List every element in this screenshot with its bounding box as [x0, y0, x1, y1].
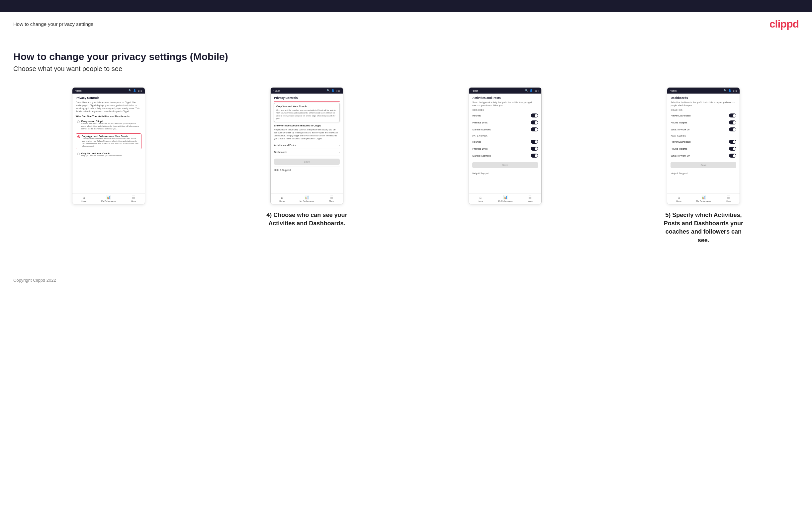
more-icon-4[interactable]: ●●● — [733, 90, 737, 92]
followers-rounds-toggle[interactable] — [531, 140, 538, 144]
phone-back-1[interactable]: ‹ Back — [75, 90, 82, 92]
phone-bottom-nav-1: ⌂ Home 📊 My Performance ☰ Menu — [72, 193, 145, 204]
coaches-player-row: Player Dashboard — [670, 112, 736, 119]
menu-icon-2: ☰ — [330, 195, 334, 200]
more-icon-2[interactable]: ●●● — [336, 90, 341, 92]
phones-pair-1: ‹ Back 🔍 👤 ●●● Privacy Controls Control … — [72, 87, 145, 205]
followers-rounds-row: Rounds — [472, 138, 538, 145]
coaches-insights-label: Round Insights — [670, 121, 687, 124]
performance-label: My Performance — [101, 200, 116, 202]
bottom-nav-menu-2[interactable]: ☰ Menu — [329, 195, 334, 202]
bottom-nav-performance-2[interactable]: 📊 My Performance — [300, 195, 314, 202]
mockup-group-3: ‹ Back 🔍 👤 ●●● Activities and Posts Sele… — [410, 87, 601, 205]
radio-approved[interactable]: Only Approved Followers and Your Coach O… — [76, 133, 142, 149]
people-icon-2[interactable]: 👤 — [332, 89, 335, 92]
people-icon-3[interactable]: 👤 — [530, 89, 533, 92]
activities-posts-label: Activities and Posts — [274, 144, 296, 147]
more-icon-3[interactable]: ●●● — [535, 90, 539, 92]
phone-bottom-nav-4: ⌂ Home 📊 My Performance ☰ Menu — [667, 193, 740, 204]
radio-desc-only-you: Only you and the coaches you connect wit… — [81, 155, 122, 157]
followers-manual-row: Manual Activities — [472, 152, 538, 159]
logo: clippd — [769, 18, 799, 30]
phone-nav-2: ‹ Back 🔍 👤 ●●● — [271, 88, 343, 94]
coaches-rounds-row: Rounds — [472, 112, 538, 119]
menu-icon-4: ☰ — [727, 195, 730, 200]
coaches-drills-row: Practice Drills — [472, 119, 538, 126]
home-label-4: Home — [676, 200, 681, 202]
chevron-right-icon: › — [339, 144, 340, 147]
search-icon-2[interactable]: 🔍 — [327, 89, 330, 92]
followers-work-label: What To Work On — [670, 154, 690, 157]
followers-player-toggle[interactable] — [729, 140, 736, 144]
performance-icon-4: 📊 — [701, 195, 706, 200]
tooltip-title: Only You and Your Coach — [276, 105, 338, 108]
followers-player-label: Player Dashboard — [670, 140, 691, 143]
followers-drills-row: Practice Drills — [472, 145, 538, 152]
arrow-row-activities[interactable]: Activities and Posts › — [274, 142, 340, 149]
bottom-nav-menu-3[interactable]: ☰ Menu — [528, 195, 533, 202]
followers-work-toggle[interactable] — [729, 154, 736, 158]
phones-pair-2: ‹ Back 🔍 👤 ●●● Privacy Controls Only You… — [270, 87, 343, 205]
activities-posts-desc: Select the types of activity that you'd … — [472, 101, 538, 107]
coaches-drills-toggle[interactable] — [531, 120, 538, 124]
bottom-nav-home-2[interactable]: ⌂ Home — [279, 195, 285, 202]
radio-circle-approved — [78, 135, 80, 138]
save-button-4[interactable]: Save — [670, 162, 736, 168]
coaches-player-toggle[interactable] — [729, 113, 736, 117]
page-subtitle: Choose what you want people to see — [13, 65, 799, 73]
menu-label-3: Menu — [528, 200, 533, 202]
bottom-nav-home-4[interactable]: ⌂ Home — [676, 195, 681, 202]
radio-only-you[interactable]: Only You and Your Coach Only you and the… — [76, 151, 142, 159]
bottom-nav-performance-1[interactable]: 📊 My Performance — [101, 195, 116, 202]
search-icon-4[interactable]: 🔍 — [724, 89, 727, 92]
coaches-work-toggle[interactable] — [729, 127, 736, 131]
bottom-nav-home-1[interactable]: ⌂ Home — [81, 195, 86, 202]
coaches-rounds-toggle[interactable] — [531, 113, 538, 117]
radio-everyone[interactable]: Everyone on Clippd Anyone on Clippd can … — [76, 119, 142, 131]
privacy-controls-title-1: Privacy Controls — [76, 96, 142, 100]
phone-nav-icons-3: 🔍 👤 ●●● — [525, 89, 539, 92]
followers-drills-toggle[interactable] — [531, 147, 538, 151]
page-title: How to change your privacy settings (Mob… — [13, 51, 799, 62]
radio-desc-everyone: Anyone on Clippd can search for you and … — [81, 122, 140, 130]
home-label-2: Home — [279, 200, 285, 202]
top-bar — [0, 0, 812, 12]
phone-back-4[interactable]: ‹ Back — [670, 90, 676, 92]
phone-back-3[interactable]: ‹ Back — [471, 90, 478, 92]
privacy-tab-label: Privacy Controls — [274, 96, 340, 100]
radio-circle-everyone — [77, 120, 80, 123]
search-icon[interactable]: 🔍 — [129, 89, 132, 92]
header: How to change your privacy settings clip… — [0, 12, 812, 35]
performance-label-2: My Performance — [300, 200, 314, 202]
coaches-insights-toggle[interactable] — [729, 120, 736, 124]
followers-player-row: Player Dashboard — [670, 138, 736, 145]
tooltip-overlay: Only You and Your Coach Only you and the… — [274, 103, 340, 122]
followers-insights-toggle[interactable] — [729, 147, 736, 151]
search-icon-3[interactable]: 🔍 — [525, 89, 528, 92]
arrow-row-dashboards[interactable]: Dashboards › — [274, 149, 340, 156]
bottom-nav-menu-4[interactable]: ☰ Menu — [726, 195, 731, 202]
people-icon[interactable]: 👤 — [133, 89, 136, 92]
coaches-manual-toggle[interactable] — [531, 127, 538, 131]
radio-label-approved: Only Approved Followers and Your Coach — [82, 135, 140, 137]
bottom-nav-menu-1[interactable]: ☰ Menu — [131, 195, 136, 202]
phone-nav-1: ‹ Back 🔍 👤 ●●● — [72, 88, 145, 94]
people-icon-4[interactable]: 👤 — [728, 89, 731, 92]
followers-label-3: FOLLOWERS — [472, 135, 538, 137]
save-button-2[interactable]: Save — [274, 159, 340, 165]
phone-nav-3: ‹ Back 🔍 👤 ●●● — [469, 88, 541, 94]
phone-back-2[interactable]: ‹ Back — [273, 90, 280, 92]
coaches-manual-label: Manual Activities — [472, 128, 491, 131]
coaches-work-row: What To Work On — [670, 126, 736, 133]
bottom-nav-home-3[interactable]: ⌂ Home — [478, 195, 483, 202]
help-support-2: Help & Support — [274, 167, 340, 173]
performance-icon: 📊 — [106, 195, 111, 200]
show-hide-title: Show or hide specific features in Clippd — [274, 124, 340, 127]
followers-manual-toggle[interactable] — [531, 154, 538, 158]
more-icon[interactable]: ●●● — [138, 90, 142, 92]
radio-label-everyone: Everyone on Clippd — [81, 120, 140, 122]
performance-label-4: My Performance — [697, 200, 711, 202]
save-button-3[interactable]: Save — [472, 162, 538, 168]
bottom-nav-performance-4[interactable]: 📊 My Performance — [697, 195, 711, 202]
bottom-nav-performance-3[interactable]: 📊 My Performance — [498, 195, 513, 202]
